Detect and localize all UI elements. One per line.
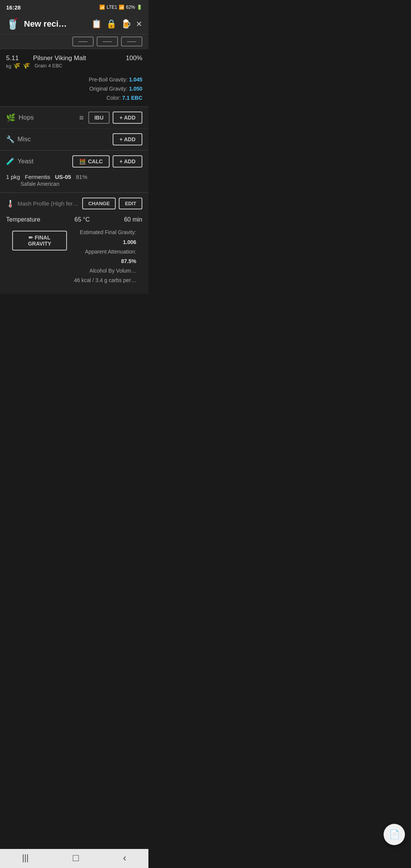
tab-2[interactable]: —— [97,37,118,46]
final-gravity-button[interactable]: ✏ FINAL GRAVITY [12,231,67,251]
battery-level: 62% [126,5,135,10]
beer-cup-icon: 🥤 [6,18,19,30]
yeast-name: US-05 [55,174,71,180]
yeast-detail-row-1: 1 pkg Fermentis US-05 81% [6,174,142,180]
yeast-header: 🧪 Yeast 🧮 CALC + ADD [0,151,148,172]
grain-type: Grain [35,63,47,69]
fg-value: 1.006 [123,239,136,245]
yeast-style: Safale American [21,181,142,187]
misc-icon: 🔧 [6,135,14,144]
grain-name: Pilsner Viking Malt [33,54,86,62]
mash-edit-button[interactable]: EDIT [119,198,142,209]
recipe-content: 5.11 kg 🌾 🌾 Pilsner Viking Malt Grain 4 … [0,49,148,294]
signal-bars-icon: 📶 [119,5,124,10]
pre-boil-label: Pre-Boil Gravity: [89,77,127,83]
signal-label: LTE1 [107,5,117,10]
misc-section: 🔧 Misc + ADD [0,129,148,150]
yeast-pkg: 1 pkg [6,174,20,180]
misc-label: Misc [18,136,110,143]
grain-detail: Grain 4 EBC [35,63,86,69]
hops-list-button[interactable]: ≡ [78,112,85,124]
hops-section-header: 🌿 Hops ≡ IBU + ADD [0,107,148,129]
title-bar: 🥤 New reci… 📋 🔒 🍺 ✕ [0,14,148,34]
yeast-calc-label: CALC [88,158,103,164]
grain-percent: 100% [126,54,142,62]
pre-boil-value: 1.045 [129,77,142,83]
att-label: Apparent Attenuation: [85,249,136,255]
notes-icon[interactable]: 📋 [91,19,102,29]
hops-add-button[interactable]: + ADD [113,112,142,124]
hops-actions: ≡ IBU + ADD [78,112,142,124]
mash-label: Mash Profile (High fer… [18,200,79,207]
yeast-label: Yeast [18,158,69,165]
status-bar: 16:28 📶 LTE1 📶 62% 🔋 [0,0,148,14]
hops-ibu-button[interactable]: IBU [88,112,110,124]
page-title: New reci… [24,19,87,29]
gravity-info: Pre-Boil Gravity: 1.045 Original Gravity… [6,73,142,102]
hops-label: Hops [19,114,75,121]
battery-icon: 🔋 [137,5,142,10]
yeast-attenuation: 81% [76,174,87,180]
mash-detail: Temperature 65 °C 60 min ✏ FINAL GRAVITY… [0,214,148,294]
grain-unit: kg [6,63,11,69]
grain-section: 5.11 kg 🌾 🌾 Pilsner Viking Malt Grain 4 … [0,49,148,107]
yeast-calc-button[interactable]: 🧮 CALC [72,155,110,168]
yeast-add-button[interactable]: + ADD [113,155,142,168]
grain-ebc: 4 EBC [48,63,62,69]
yeast-detail: 1 pkg Fermentis US-05 81% Safale America… [0,172,148,192]
yeast-actions: 🧮 CALC + ADD [72,155,142,168]
grain-row: 5.11 kg 🌾 🌾 Pilsner Viking Malt Grain 4 … [6,54,142,69]
color-value: 7.1 EBC [122,95,142,101]
status-time: 16:28 [6,4,21,11]
yeast-brand: Fermentis [25,174,50,180]
time-value: 60 min [124,216,142,223]
tab-bar: —— —— —— [0,34,148,49]
lock-icon[interactable]: 🔒 [106,19,116,29]
og-value: 1.050 [129,86,142,92]
mash-change-button[interactable]: CHANGE [82,198,116,209]
wheat-icon-1: 🌾 [13,62,21,69]
tab-1[interactable]: —— [72,37,94,46]
calories-value: 46 kcal / 3.4 g carbs per… [74,277,136,283]
yeast-icon: 🧪 [6,157,14,166]
mash-gravity-info: Estimated Final Gravity: 1.006 Apparent … [73,228,136,285]
abv-label: Alcohol By Volum… [89,268,136,274]
status-icons: 📶 LTE1 📶 62% 🔋 [99,5,142,10]
att-value: 87.5% [121,258,136,264]
og-label: Original Gravity: [89,86,127,92]
grain-amount: 5.11 [6,54,19,62]
yeast-section: 🧪 Yeast 🧮 CALC + ADD 1 pkg Fermentis US-… [0,150,148,193]
close-icon[interactable]: ✕ [136,19,142,29]
calculator-icon: 🧮 [79,158,86,164]
temp-label: Temperature [6,216,40,223]
color-label: Color: [107,95,121,101]
thermometer-icon: 🌡️ [6,199,14,208]
mash-temp-row: Temperature 65 °C 60 min [6,216,142,223]
mug-icon[interactable]: 🍺 [121,19,131,29]
wifi-icon: 📶 [99,5,105,10]
tab-3[interactable]: —— [121,37,142,46]
misc-add-button[interactable]: + ADD [113,133,142,145]
temp-value: 65 °C [75,216,90,223]
bottom-row: ✏ FINAL GRAVITY Estimated Final Gravity:… [6,228,142,288]
hops-icon: 🌿 [6,113,16,122]
mash-section: 🌡️ Mash Profile (High fer… CHANGE EDIT T… [0,193,148,294]
wheat-icon-2: 🌾 [22,62,30,69]
fg-label: Estimated Final Gravity: [80,229,136,235]
mash-header: 🌡️ Mash Profile (High fer… CHANGE EDIT [0,193,148,214]
grain-left: 5.11 kg 🌾 🌾 Pilsner Viking Malt Grain 4 … [6,54,86,69]
